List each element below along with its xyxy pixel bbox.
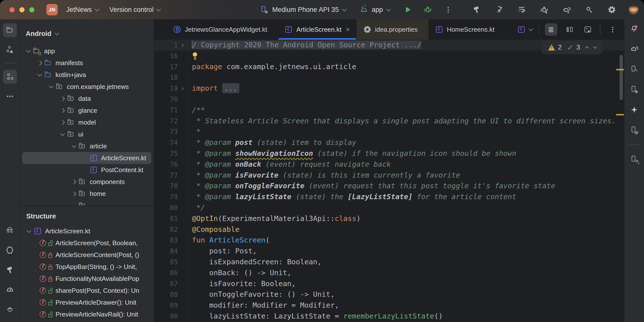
profiler-tool-button[interactable]: [3, 283, 17, 297]
settings-button[interactable]: [606, 4, 617, 15]
editor-tab[interactable]: ArticleScreen.kt ×: [278, 19, 357, 40]
close-button[interactable]: [10, 7, 14, 12]
fold-arrow-icon[interactable]: [178, 105, 188, 116]
structure-item[interactable]: PreviewArticleDrawer(): Unit: [20, 296, 154, 308]
project-tree-item[interactable]: [20, 200, 154, 206]
code-editor[interactable]: 1 › / Copyright 2020 The Android Open So…: [154, 40, 624, 322]
fold-arrow-icon[interactable]: [178, 278, 188, 289]
structure-item[interactable]: TopAppBar(String, () -> Unit,: [20, 261, 154, 273]
device-manager-button[interactable]: [628, 62, 641, 76]
build-tool-button[interactable]: [3, 263, 17, 277]
project-tool-button[interactable]: [3, 23, 17, 37]
warnings-indicator[interactable]: 2: [548, 44, 562, 51]
structure-item[interactable]: sharePost(Post, Context): Un: [20, 284, 154, 296]
line-number[interactable]: 70: [154, 94, 178, 105]
project-tree-item[interactable]: com.example.jetnews: [20, 81, 154, 93]
editor-tab[interactable]: HomeScreens.kt: [428, 19, 505, 40]
fold-arrow-icon[interactable]: [178, 235, 188, 246]
more-tool-windows-button[interactable]: [3, 89, 17, 103]
line-number[interactable]: 18: [154, 72, 178, 83]
apply-changes-button[interactable]: [494, 4, 504, 15]
split-view-button[interactable]: [563, 23, 576, 36]
fold-arrow-icon[interactable]: ›: [178, 83, 188, 94]
fold-arrow-icon[interactable]: [178, 148, 188, 159]
notifications-button[interactable]: [628, 22, 641, 36]
more-actions-button[interactable]: [443, 5, 453, 14]
inspections-widget[interactable]: 2 ✓ 3: [542, 40, 603, 54]
line-number[interactable]: 84: [154, 246, 178, 256]
line-number[interactable]: 90: [154, 311, 178, 322]
structure-item[interactable]: PreviewArticleNavRail(): Unit: [20, 308, 154, 320]
close-tab-icon[interactable]: ×: [346, 26, 350, 33]
structure-tool-button[interactable]: [3, 70, 17, 84]
editor-tab[interactable]: idea.properties: [357, 19, 428, 40]
apply-code-changes-button[interactable]: [516, 4, 527, 15]
line-number[interactable]: 77: [154, 170, 178, 181]
hidden-tabs-dropdown[interactable]: [518, 26, 532, 34]
run-button[interactable]: [402, 5, 412, 14]
user-avatar[interactable]: [629, 5, 638, 14]
fold-arrow-icon[interactable]: [178, 116, 188, 126]
line-number[interactable]: 74: [154, 137, 178, 148]
project-tree-item[interactable]: ui: [20, 128, 154, 140]
line-number[interactable]: 85: [154, 256, 178, 268]
fold-arrow-icon[interactable]: [178, 213, 188, 224]
attach-debugger-button[interactable]: [539, 4, 550, 15]
minimize-button[interactable]: [19, 7, 24, 12]
divider[interactable]: [3, 62, 17, 64]
device-mirroring-button[interactable]: [628, 123, 641, 137]
run-configuration-selector[interactable]: app: [358, 6, 392, 14]
fold-arrow-icon[interactable]: [178, 180, 188, 192]
gemini-button[interactable]: [628, 103, 641, 117]
project-tree-item[interactable]: glance: [20, 104, 154, 116]
fold-arrow-icon[interactable]: [178, 268, 188, 278]
line-number[interactable]: 17: [154, 62, 178, 72]
fold-arrow-icon[interactable]: [178, 311, 188, 322]
fold-arrow-icon[interactable]: [178, 289, 188, 300]
project-tree-item[interactable]: PostContent.kt: [20, 164, 154, 176]
project-menu-button[interactable]: JetNews: [64, 4, 101, 15]
resource-manager-button[interactable]: [3, 42, 17, 56]
project-tree-item[interactable]: data: [20, 93, 154, 104]
project-tree-item[interactable]: kotlin+java: [20, 69, 154, 81]
search-everywhere-button[interactable]: [584, 4, 595, 15]
editor-options-button[interactable]: [606, 23, 619, 36]
fold-arrow-icon[interactable]: [178, 256, 188, 268]
line-number[interactable]: 82: [154, 224, 178, 235]
line-number[interactable]: 1: [154, 40, 178, 50]
passed-indicator[interactable]: ✓ 3: [567, 43, 580, 52]
line-number[interactable]: 16: [154, 50, 178, 62]
line-number[interactable]: 81: [154, 213, 178, 224]
gradle-sync-button[interactable]: [561, 4, 572, 15]
fold-arrow-icon[interactable]: [178, 50, 188, 62]
design-view-button[interactable]: [582, 23, 594, 36]
gradle-tool-button[interactable]: [628, 42, 641, 56]
vcs-menu-button[interactable]: Version control: [107, 4, 163, 15]
project-tree-item[interactable]: article: [20, 140, 154, 152]
project-view-selector[interactable]: Android: [20, 19, 154, 42]
fold-arrow-icon[interactable]: [178, 62, 188, 72]
fold-arrow-icon[interactable]: [178, 202, 188, 213]
zoom-button[interactable]: [29, 7, 34, 12]
code-view-button[interactable]: [545, 23, 557, 36]
line-number[interactable]: 88: [154, 289, 178, 300]
line-number[interactable]: 19: [154, 83, 178, 94]
fold-arrow-icon[interactable]: [178, 192, 188, 202]
run-tool-button[interactable]: [3, 243, 17, 257]
line-number[interactable]: 76: [154, 159, 178, 170]
fold-arrow-icon[interactable]: [178, 224, 188, 235]
editor-scrollbar[interactable]: [620, 55, 623, 100]
project-tree-item[interactable]: components: [20, 176, 154, 188]
fold-arrow-icon[interactable]: [178, 300, 188, 311]
line-number[interactable]: 86: [154, 268, 178, 278]
line-number[interactable]: 87: [154, 278, 178, 289]
fold-arrow-icon[interactable]: ›: [178, 40, 188, 50]
warning-stripe-mark[interactable]: [616, 69, 624, 70]
fold-arrow-icon[interactable]: [178, 137, 188, 148]
line-number[interactable]: 83: [154, 235, 178, 246]
logcat-tool-button[interactable]: [3, 224, 17, 237]
editor-tab[interactable]: JetnewsGlanceAppWidget.kt: [166, 19, 278, 40]
line-number[interactable]: 75: [154, 148, 178, 159]
line-number[interactable]: 80: [154, 202, 178, 213]
line-number[interactable]: 89: [154, 300, 178, 311]
